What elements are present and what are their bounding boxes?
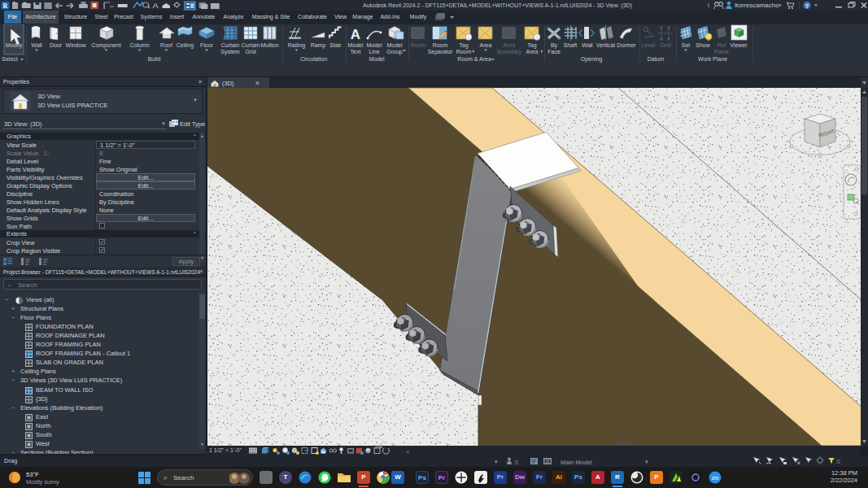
svg-text:Select: Select <box>2 56 18 62</box>
svg-text:Text: Text <box>351 49 361 54</box>
svg-text::0: :0 <box>835 459 840 464</box>
svg-text:Model: Model <box>366 42 382 48</box>
svg-text:Vertical: Vertical <box>596 42 615 48</box>
svg-text:▾: ▾ <box>495 459 498 464</box>
svg-text:Ceiling: Ceiling <box>177 42 194 49</box>
svg-text:Line: Line <box>369 49 379 54</box>
svg-text:Ref: Ref <box>718 42 726 48</box>
svg-text:Tag: Tag <box>459 42 468 49</box>
svg-text:Modify: Modify <box>6 42 23 49</box>
svg-text:Component: Component <box>91 42 120 49</box>
svg-text:Wall: Wall <box>582 42 593 48</box>
svg-text:Shaft: Shaft <box>564 42 577 48</box>
svg-text:Mullion: Mullion <box>260 42 278 48</box>
svg-text:Main Model: Main Model <box>560 459 592 466</box>
svg-text:Opening: Opening <box>581 56 603 63</box>
svg-text:Set: Set <box>682 42 691 48</box>
svg-text:Stair: Stair <box>329 42 342 48</box>
svg-text:Door: Door <box>50 42 63 48</box>
svg-text:Model: Model <box>369 56 385 62</box>
svg-text:Curtain: Curtain <box>242 42 260 48</box>
svg-text:?: ? <box>805 2 809 10</box>
svg-text:Window: Window <box>66 42 87 48</box>
svg-text:Level: Level <box>642 42 656 48</box>
svg-text:Curtain: Curtain <box>221 42 240 48</box>
svg-text:Separator: Separator <box>428 49 453 55</box>
svg-text:Show: Show <box>696 42 710 48</box>
svg-text:Area: Area <box>504 42 516 48</box>
svg-text:zm: zm <box>712 475 719 481</box>
svg-text:Mostly sunny: Mostly sunny <box>26 479 59 486</box>
svg-text:(3D): (3D) <box>222 80 234 87</box>
svg-text:Face: Face <box>547 49 560 54</box>
svg-text:Roof: Roof <box>160 42 172 48</box>
svg-text:53°F: 53°F <box>26 471 39 478</box>
svg-text:ltorrescamacho: ltorrescamacho <box>735 2 779 9</box>
svg-text:Wall: Wall <box>31 42 42 48</box>
svg-text:Group: Group <box>386 49 403 55</box>
svg-text:✕: ✕ <box>255 80 260 87</box>
svg-text:Railing: Railing <box>288 42 306 49</box>
svg-text:Grid: Grid <box>660 42 670 48</box>
svg-text:Room: Room <box>411 42 426 48</box>
svg-text:By: By <box>551 42 558 49</box>
svg-text:Model: Model <box>386 42 403 48</box>
svg-text:Circulation: Circulation <box>300 56 327 62</box>
svg-text:Plane: Plane <box>714 49 729 54</box>
svg-text:Boundary: Boundary <box>497 49 521 55</box>
svg-text:▾: ▾ <box>645 459 648 464</box>
svg-text:Column: Column <box>129 42 149 48</box>
svg-text:Room: Room <box>456 49 472 54</box>
svg-text:Tag: Tag <box>527 42 536 49</box>
svg-text:Model: Model <box>347 42 364 48</box>
svg-text:Viewer: Viewer <box>730 42 748 48</box>
svg-text:A: A <box>351 27 360 42</box>
svg-text::0: :0 <box>513 460 518 465</box>
svg-text:A: A <box>153 2 159 10</box>
svg-text:Dormer: Dormer <box>617 42 636 48</box>
svg-text:Work Plane: Work Plane <box>698 56 727 62</box>
svg-text:<: < <box>406 448 410 455</box>
svg-text:Room: Room <box>433 42 448 48</box>
svg-text:Ramp: Ramp <box>311 42 326 49</box>
svg-text:Area: Area <box>480 42 492 48</box>
svg-text:Datum: Datum <box>648 56 665 62</box>
svg-text:Build: Build <box>148 56 161 62</box>
svg-text:Area: Area <box>526 49 539 54</box>
svg-text:Grid: Grid <box>245 49 255 54</box>
svg-text:System: System <box>220 49 240 55</box>
svg-text:Room & Area: Room & Area <box>457 56 491 62</box>
svg-text:Floor: Floor <box>200 42 214 48</box>
svg-text:R: R <box>3 2 8 10</box>
